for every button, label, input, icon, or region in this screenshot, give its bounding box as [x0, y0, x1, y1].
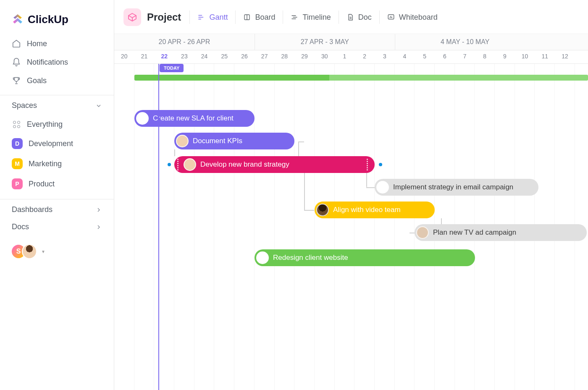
day-cell[interactable]: 1: [335, 50, 355, 63]
nav: Home Notifications Goals: [0, 34, 114, 90]
tab-board[interactable]: Board: [235, 10, 283, 24]
timeline-days: 2021222324252627282930123456789101112: [114, 50, 588, 64]
gantt-summary[interactable]: [134, 75, 588, 81]
day-cell[interactable]: 30: [315, 50, 335, 63]
bell-icon: [12, 58, 21, 67]
task-bar[interactable]: Plan new TV ad campaign: [415, 224, 587, 241]
space-badge: P: [12, 178, 23, 189]
space-product[interactable]: P Product: [7, 174, 107, 194]
chevron-down-icon: [95, 102, 102, 109]
day-cell[interactable]: 20: [114, 50, 134, 63]
user-menu[interactable]: S ▼: [0, 236, 114, 267]
logo-icon: [11, 13, 24, 26]
whiteboard-icon: [387, 13, 395, 21]
tab-doc[interactable]: Doc: [339, 10, 379, 24]
chevron-right-icon: [95, 224, 102, 230]
timeline-icon: [291, 13, 298, 21]
week-label: 20 APR - 26 APR: [114, 34, 255, 50]
tab-gantt[interactable]: Gantt: [189, 10, 235, 24]
chevron-right-icon: [95, 207, 102, 213]
gantt-icon: [197, 13, 205, 21]
dashboards-link[interactable]: Dashboards: [0, 199, 114, 219]
day-cell[interactable]: 4: [395, 50, 415, 63]
gantt-area[interactable]: TODAY Create new SLA for client Document…: [114, 64, 588, 390]
board-icon: [243, 13, 251, 21]
day-cell[interactable]: 23: [174, 50, 194, 63]
avatar: [376, 181, 389, 194]
space-development[interactable]: D Development: [7, 133, 107, 154]
day-cell[interactable]: 22: [154, 50, 174, 63]
day-cell[interactable]: 3: [375, 50, 395, 63]
avatar: [256, 251, 269, 264]
logo[interactable]: ClickUp: [0, 0, 114, 34]
day-cell[interactable]: 27: [255, 50, 275, 63]
drag-handle[interactable]: [365, 159, 369, 170]
day-cell[interactable]: 24: [194, 50, 215, 63]
timeline-weeks: 20 APR - 26 APR 27 APR - 3 MAY 4 MAY - 1…: [114, 34, 588, 50]
space-badge: M: [12, 158, 23, 169]
task-bar[interactable]: Document KPIs: [174, 133, 294, 149]
today-label: TODAY: [160, 64, 184, 72]
doc-icon: [346, 13, 354, 21]
spaces-header[interactable]: Spaces: [0, 95, 114, 115]
project-button[interactable]: Project: [123, 8, 181, 26]
chevron-down-icon: ▼: [41, 249, 45, 254]
day-cell[interactable]: 25: [214, 50, 234, 63]
drag-handle[interactable]: [176, 159, 179, 170]
avatar: [416, 226, 429, 239]
day-cell[interactable]: 12: [555, 50, 575, 63]
week-label: 4 MAY - 10 MAY: [395, 34, 535, 50]
day-cell[interactable]: 2: [354, 50, 375, 63]
avatar: [316, 204, 329, 216]
sidebar: ClickUp Home Notifications Goals Spaces …: [0, 0, 114, 390]
nav-notifications[interactable]: Notifications: [7, 53, 107, 71]
day-cell[interactable]: 11: [535, 50, 555, 63]
everything-icon: [12, 120, 21, 129]
avatar: [176, 135, 189, 147]
dependency-dot[interactable]: [379, 163, 382, 166]
cube-icon: [123, 8, 141, 26]
avatar: [184, 158, 196, 171]
day-cell[interactable]: 21: [134, 50, 155, 63]
task-bar[interactable]: Develop new brand strategy: [174, 156, 375, 173]
avatar: [136, 112, 149, 125]
day-cell[interactable]: 9: [495, 50, 515, 63]
day-cell[interactable]: 29: [294, 50, 315, 63]
space-badge: D: [12, 138, 23, 149]
day-cell[interactable]: 8: [475, 50, 495, 63]
sidebar-everything[interactable]: Everything: [7, 115, 107, 133]
day-cell[interactable]: 5: [415, 50, 435, 63]
dependency-dot[interactable]: [168, 163, 171, 166]
nav-home[interactable]: Home: [7, 34, 107, 53]
day-cell[interactable]: 10: [515, 50, 535, 63]
task-bar[interactable]: Implement strategy in email campaign: [375, 179, 538, 196]
toolbar: Project Gantt Board Timeline Doc Whitebo…: [114, 0, 588, 34]
task-bar[interactable]: Redesign client website: [255, 249, 475, 266]
today-indicator: [158, 64, 159, 390]
docs-link[interactable]: Docs: [0, 219, 114, 236]
brand-name: ClickUp: [28, 13, 68, 26]
tab-timeline[interactable]: Timeline: [283, 10, 338, 24]
space-marketing[interactable]: M Marketing: [7, 154, 107, 174]
nav-goals[interactable]: Goals: [7, 71, 107, 90]
day-cell[interactable]: 6: [435, 50, 455, 63]
day-cell[interactable]: 7: [455, 50, 475, 63]
main: Project Gantt Board Timeline Doc Whitebo…: [114, 0, 588, 390]
day-cell[interactable]: 26: [234, 50, 255, 63]
tab-whiteboard[interactable]: Whiteboard: [379, 10, 445, 24]
home-icon: [12, 39, 21, 48]
day-cell[interactable]: 28: [275, 50, 295, 63]
week-label: 27 APR - 3 MAY: [255, 34, 395, 50]
task-bar[interactable]: Create new SLA for client: [134, 110, 255, 127]
avatar: [22, 244, 37, 259]
task-bar[interactable]: Align with video team: [315, 202, 435, 218]
trophy-icon: [12, 76, 21, 85]
